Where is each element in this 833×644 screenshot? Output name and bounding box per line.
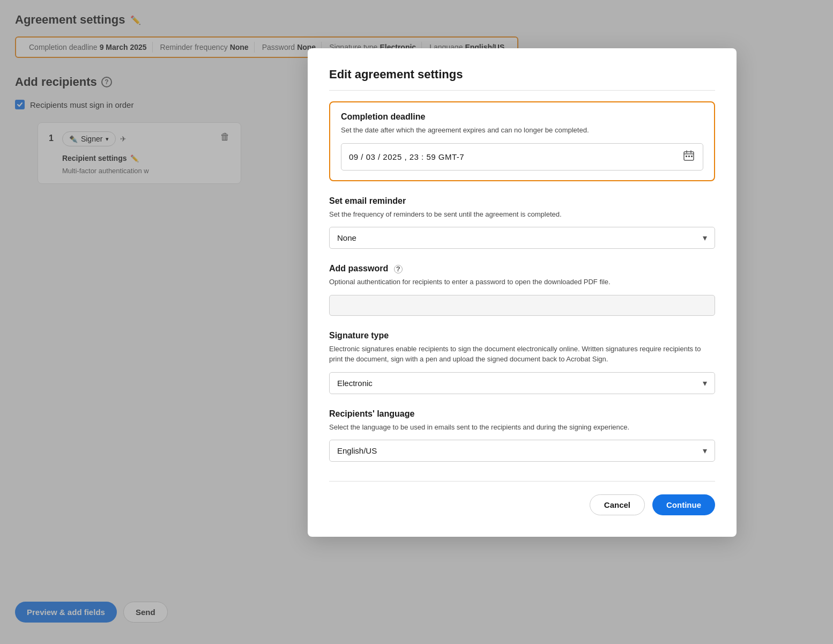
signature-type-dropdown-arrow: ▾ bbox=[703, 378, 707, 388]
signature-type-dropdown[interactable]: Electronic ▾ bbox=[329, 372, 715, 394]
modal-title: Edit agreement settings bbox=[329, 68, 715, 91]
password-section: Add password ? Optional authentication f… bbox=[329, 264, 715, 316]
svg-rect-4 bbox=[686, 156, 687, 157]
email-reminder-section: Set email reminder Set the frequency of … bbox=[329, 196, 715, 249]
password-input[interactable] bbox=[329, 295, 715, 316]
language-desc: Select the language to be used in emails… bbox=[329, 422, 715, 433]
language-selected: English/US bbox=[337, 446, 377, 455]
language-title: Recipients' language bbox=[329, 409, 715, 419]
completion-deadline-desc: Set the date after which the agreement e… bbox=[341, 125, 703, 136]
date-input-row[interactable]: 09 / 03 / 2025 , 23 : 59 GMT-7 bbox=[341, 143, 703, 171]
completion-deadline-title: Completion deadline bbox=[341, 112, 703, 122]
modal-footer: Cancel Continue bbox=[329, 481, 715, 515]
signature-type-selected: Electronic bbox=[337, 379, 373, 388]
signature-type-section: Signature type Electronic signatures ena… bbox=[329, 331, 715, 394]
signature-type-desc: Electronic signatures enable recipients … bbox=[329, 344, 715, 365]
calendar-icon[interactable] bbox=[682, 149, 695, 165]
password-help-icon[interactable]: ? bbox=[394, 265, 403, 273]
svg-rect-6 bbox=[691, 156, 693, 157]
completion-deadline-section: Completion deadline Set the date after w… bbox=[329, 101, 715, 181]
date-input-value: 09 / 03 / 2025 , 23 : 59 GMT-7 bbox=[349, 152, 682, 161]
signature-type-title: Signature type bbox=[329, 331, 715, 340]
language-dropdown-arrow: ▾ bbox=[703, 446, 707, 456]
reminder-dropdown[interactable]: None ▾ bbox=[329, 227, 715, 249]
password-desc: Optional authentication for recipients t… bbox=[329, 277, 715, 287]
reminder-dropdown-arrow: ▾ bbox=[703, 233, 707, 243]
cancel-button[interactable]: Cancel bbox=[590, 494, 645, 515]
svg-rect-5 bbox=[688, 156, 690, 157]
password-section-title: Add password ? bbox=[329, 264, 715, 273]
language-section: Recipients' language Select the language… bbox=[329, 409, 715, 462]
edit-agreement-modal: Edit agreement settings Completion deadl… bbox=[308, 48, 737, 537]
email-reminder-desc: Set the frequency of reminders to be sen… bbox=[329, 209, 715, 220]
language-dropdown[interactable]: English/US ▾ bbox=[329, 440, 715, 462]
continue-button[interactable]: Continue bbox=[652, 494, 715, 515]
email-reminder-title: Set email reminder bbox=[329, 196, 715, 206]
reminder-selected: None bbox=[337, 233, 356, 242]
